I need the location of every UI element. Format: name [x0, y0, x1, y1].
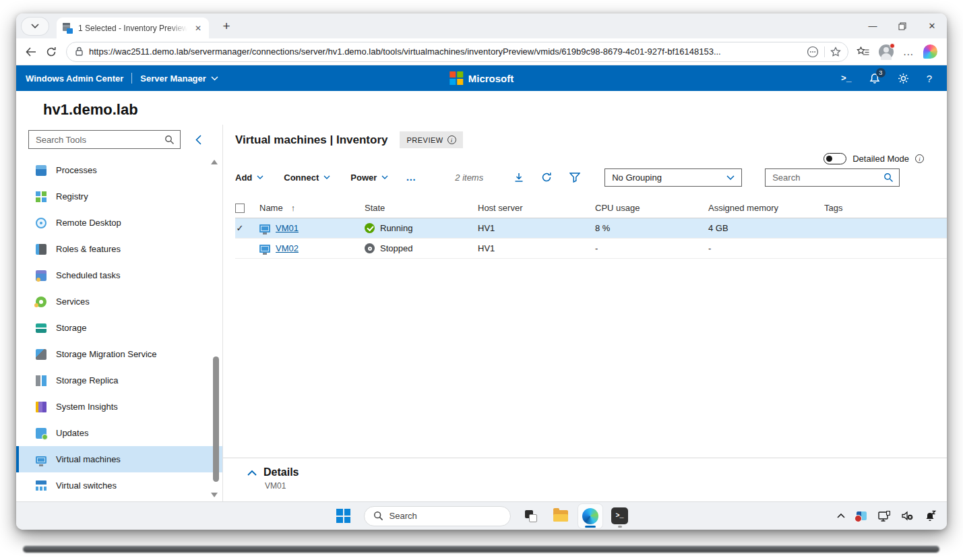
- vm-search-input[interactable]: [772, 173, 883, 183]
- display-button[interactable]: [878, 511, 890, 522]
- column-header-name[interactable]: Name: [259, 203, 283, 213]
- vm-name-link[interactable]: VM02: [276, 243, 299, 253]
- sidebar-item-scheduled-tasks[interactable]: Scheduled tasks: [16, 262, 222, 288]
- browser-tab[interactable]: 1 Selected - Inventory Preview - V ✕: [57, 18, 209, 38]
- details-header[interactable]: Details: [247, 466, 947, 478]
- task-view-button[interactable]: [519, 504, 543, 528]
- sidebar-item-label: Updates: [56, 428, 88, 438]
- sidebar-item-virtual-switches[interactable]: Virtual switches: [16, 472, 222, 499]
- sidebar-item-storage[interactable]: Storage: [16, 315, 222, 341]
- notifications-tray-button[interactable]: [925, 510, 936, 522]
- filter-button[interactable]: [569, 173, 580, 183]
- product-name[interactable]: Windows Admin Center: [26, 73, 123, 84]
- hardware-status-button[interactable]: [857, 511, 867, 520]
- minimize-button[interactable]: —: [858, 13, 888, 38]
- sidebar-item-registry[interactable]: Registry: [16, 183, 222, 210]
- chevron-left-icon: [195, 135, 201, 145]
- scroll-down-arrow[interactable]: [211, 493, 218, 497]
- column-header-state[interactable]: State: [365, 203, 478, 213]
- sidebar-item-services[interactable]: Services: [16, 288, 222, 315]
- copilot-icon[interactable]: [923, 44, 937, 59]
- back-button[interactable]: [26, 47, 36, 57]
- browser-menu-icon[interactable]: ...: [903, 46, 914, 57]
- sidebar-item-roles-features[interactable]: Roles & features: [16, 236, 222, 262]
- microsoft-brand: Microsoft: [449, 71, 514, 85]
- vm-memory-cell: 4 GB: [708, 223, 824, 233]
- notifications-button[interactable]: 3: [869, 73, 880, 84]
- chevron-up-icon: [247, 470, 257, 476]
- terminal-button[interactable]: >_: [608, 504, 632, 528]
- taskbar-search-box[interactable]: Search: [364, 506, 511, 526]
- sidebar-item-storage-replica[interactable]: Storage Replica: [16, 367, 222, 394]
- tab-search-button[interactable]: [22, 18, 49, 35]
- refresh-icon: [541, 172, 552, 183]
- add-menu-button[interactable]: Add: [235, 173, 263, 183]
- sidebar-item-label: Storage Replica: [56, 375, 119, 385]
- power-menu-button[interactable]: Power: [350, 173, 388, 183]
- info-icon[interactable]: i: [915, 154, 924, 163]
- volume-button[interactable]: [902, 511, 913, 521]
- favorite-star-icon[interactable]: [830, 46, 841, 57]
- column-header-tags[interactable]: Tags: [824, 203, 947, 213]
- lock-icon: [75, 46, 84, 57]
- sidebar-item-updates[interactable]: Updates: [16, 420, 222, 446]
- tray-expand-button[interactable]: [837, 514, 845, 518]
- info-icon[interactable]: i: [447, 135, 456, 144]
- column-header-cpu[interactable]: CPU usage: [595, 203, 708, 213]
- favorites-list-icon[interactable]: [857, 46, 869, 57]
- tools-search-box[interactable]: [28, 130, 181, 149]
- connect-menu-button[interactable]: Connect: [284, 173, 330, 183]
- scroll-up-arrow[interactable]: [211, 160, 218, 164]
- column-header-host[interactable]: Host server: [478, 203, 595, 213]
- refresh-button[interactable]: [46, 46, 57, 57]
- sidebar-item-system-insights[interactable]: System Insights: [16, 394, 222, 420]
- sidebar-item-processes[interactable]: Processes: [16, 157, 222, 183]
- vm-search-box[interactable]: [765, 168, 900, 187]
- table-row[interactable]: VM02 Stopped HV1 - -: [235, 239, 947, 259]
- solution-dropdown[interactable]: Server Manager: [140, 73, 218, 84]
- sidebar-item-label: Storage: [56, 323, 87, 333]
- edge-button[interactable]: [578, 504, 602, 528]
- more-circle-icon[interactable]: [807, 46, 819, 58]
- sidebar-item-virtual-machines[interactable]: Virtual machines: [16, 446, 222, 472]
- powershell-button[interactable]: >_: [841, 73, 852, 84]
- close-button[interactable]: ✕: [917, 13, 947, 38]
- new-tab-button[interactable]: +: [217, 19, 236, 34]
- detailed-mode-toggle[interactable]: [824, 153, 846, 164]
- refresh-icon: [46, 46, 57, 57]
- vm-icon: [259, 245, 270, 253]
- sidebar-item-storage-migration-service[interactable]: Storage Migration Service: [16, 341, 222, 367]
- edge-icon: [582, 508, 598, 524]
- search-icon: [164, 135, 175, 145]
- browser-toolbar: https://wac2511.demo.lab/servermanager/c…: [16, 38, 947, 65]
- grouping-dropdown[interactable]: No Grouping: [604, 168, 742, 187]
- tool-list: Processes Registry Remote Desktop Roles …: [16, 154, 222, 501]
- profile-alert-dot: [890, 43, 895, 49]
- settings-button[interactable]: [898, 73, 909, 84]
- sort-ascending-icon: ↑: [291, 203, 296, 213]
- sidebar-item-label: Remote Desktop: [56, 218, 121, 228]
- table-row[interactable]: ✓ VM01 Running HV1 8 % 4 GB: [235, 218, 947, 239]
- vm-cpu-cell: 8 %: [595, 223, 708, 233]
- search-icon: [883, 173, 894, 183]
- address-bar[interactable]: https://wac2511.demo.lab/servermanager/c…: [66, 42, 848, 62]
- tools-search-input[interactable]: [36, 135, 160, 145]
- tab-close-icon[interactable]: ✕: [193, 24, 204, 33]
- vm-name-link[interactable]: VM01: [276, 223, 299, 233]
- profile-avatar[interactable]: [879, 44, 894, 59]
- wac-header: Windows Admin Center Server Manager Micr…: [16, 65, 947, 91]
- select-all-checkbox[interactable]: [235, 204, 245, 213]
- microsoft-logo: [449, 71, 463, 85]
- sidebar-item-remote-desktop[interactable]: Remote Desktop: [16, 210, 222, 236]
- sidebar-collapse-button[interactable]: [195, 135, 201, 145]
- help-button[interactable]: ?: [927, 73, 932, 84]
- column-header-memory[interactable]: Assigned memory: [708, 203, 824, 213]
- file-explorer-button[interactable]: [549, 504, 573, 528]
- storage-migration-icon: [36, 349, 46, 360]
- sidebar-scrollbar-thumb[interactable]: [213, 356, 219, 482]
- refresh-list-button[interactable]: [541, 172, 552, 183]
- start-button[interactable]: [332, 504, 356, 528]
- more-commands-button[interactable]: …: [406, 174, 417, 181]
- restore-button[interactable]: [888, 13, 917, 38]
- export-button[interactable]: [514, 173, 524, 183]
